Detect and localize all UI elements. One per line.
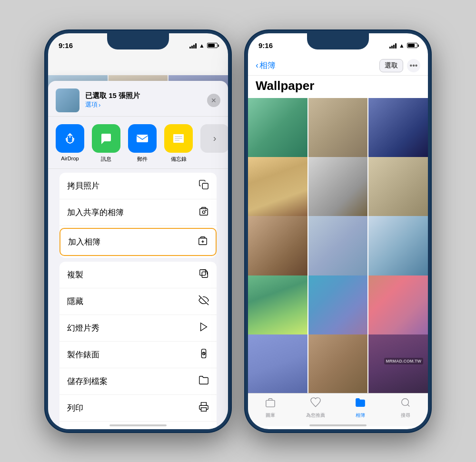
messages-label: 訊息: [101, 156, 111, 163]
photo-3[interactable]: [368, 98, 428, 157]
menu-label-add-album: 加入相簿: [68, 236, 100, 247]
svg-point-0: [61, 130, 79, 147]
photo-10[interactable]: [248, 275, 307, 335]
photo-grid: [248, 98, 428, 393]
select-button[interactable]: 選取: [379, 59, 403, 72]
tab-search[interactable]: 搜尋: [383, 397, 428, 419]
more-button[interactable]: •••: [407, 59, 420, 72]
menu-list: 拷貝照片 加入共享的相簿: [60, 173, 217, 258]
app-item-messages[interactable]: 訊息: [92, 124, 120, 163]
menu-item-files[interactable]: 儲存到檔案: [60, 368, 217, 395]
svg-marker-18: [201, 323, 207, 331]
copy-icon: [198, 179, 209, 192]
library-label: 圖庫: [266, 412, 275, 419]
duplicate-icon: [198, 268, 209, 281]
watermark: MRMAD.COM.TW: [384, 358, 423, 364]
tab-bar: 圖庫 為您推薦 相簿: [248, 393, 428, 426]
share-title-area: 已選取 15 張照片 選項 ›: [85, 91, 207, 109]
phone-2-screen: 9:16 ▲ ‹ 相簿: [248, 33, 428, 429]
svg-rect-21: [201, 407, 207, 411]
album-title: Wallpaper: [248, 76, 428, 98]
menu-item-shared-album[interactable]: 加入共享的相簿: [60, 199, 217, 226]
time-2: 9:16: [258, 41, 273, 49]
add-album-icon: [198, 236, 208, 248]
photo-5[interactable]: [308, 157, 368, 216]
svg-point-12: [205, 209, 207, 211]
hide-icon: [198, 295, 209, 308]
menu-label-slideshow: 幻燈片秀: [67, 323, 99, 334]
svg-rect-10: [200, 208, 208, 215]
menu-item-watchface[interactable]: 製作錶面: [60, 342, 217, 368]
photo-9[interactable]: [368, 216, 428, 275]
app-item-more[interactable]: ›: [200, 124, 228, 163]
airdrop-app-icon: [56, 124, 84, 153]
share-header: 已選取 15 張照片 選項 › ✕: [48, 81, 228, 117]
shared-album-icon: [198, 206, 209, 219]
app-item-notes[interactable]: 備忘錄: [164, 124, 193, 163]
time-1: 9:16: [59, 41, 73, 49]
menu-label-hide: 隱藏: [67, 296, 83, 307]
svg-point-23: [402, 398, 409, 405]
battery-icon: [207, 43, 218, 48]
menu-item-hide[interactable]: 隱藏: [60, 288, 217, 315]
photos-nav: ‹ 相簿 選取 •••: [248, 54, 428, 76]
more-apps-icon: ›: [200, 124, 228, 153]
menu-item-copy-photo[interactable]: 拷貝照片: [60, 173, 217, 199]
photo-11[interactable]: [308, 275, 368, 335]
menu-item-slideshow[interactable]: 幻燈片秀: [60, 315, 217, 342]
keep-icon: [198, 428, 209, 429]
notes-label: 備忘錄: [171, 156, 187, 163]
photo-13[interactable]: [248, 334, 307, 393]
menu-list-2: 複製 隱藏: [60, 262, 217, 429]
photo-6[interactable]: [368, 157, 428, 216]
photo-12[interactable]: [368, 275, 428, 335]
photo-7[interactable]: [248, 216, 307, 275]
svg-point-11: [202, 211, 205, 214]
svg-rect-15: [202, 272, 208, 277]
svg-rect-3: [137, 135, 148, 142]
phone-1: 9:16 ▲: [45, 30, 231, 432]
mail-label: 郵件: [137, 156, 148, 163]
print-icon: [198, 402, 209, 414]
albums-icon: [355, 397, 366, 411]
tab-library[interactable]: 圖庫: [248, 397, 293, 419]
photo-14[interactable]: [308, 334, 368, 393]
photo-8[interactable]: [308, 216, 368, 275]
wifi-icon: ▲: [199, 42, 205, 49]
wifi-icon-2: ▲: [399, 42, 405, 49]
share-subtitle[interactable]: 選項 ›: [85, 100, 207, 109]
airdrop-label: AirDrop: [61, 156, 79, 161]
apps-row: AirDrop 訊息: [48, 117, 228, 169]
status-icons-2: ▲: [389, 42, 417, 49]
share-title: 已選取 15 張照片: [85, 91, 207, 100]
more-dots-icon: •••: [410, 61, 418, 70]
share-close-button[interactable]: ✕: [207, 94, 220, 107]
signal-icon: [189, 43, 197, 49]
foryou-icon: [310, 397, 321, 411]
messages-app-icon: [92, 124, 120, 153]
menu-label-shared-album: 加入共享的相簿: [67, 207, 124, 218]
photo-1[interactable]: [248, 98, 307, 157]
app-item-airdrop[interactable]: AirDrop: [56, 124, 84, 163]
menu-label-files: 儲存到檔案: [67, 376, 108, 387]
photo-2[interactable]: [308, 98, 368, 157]
home-indicator-2: [309, 424, 367, 426]
svg-rect-22: [266, 400, 275, 407]
files-icon: [198, 375, 209, 388]
notch-1: [107, 33, 169, 49]
phone-1-screen: 9:16 ▲: [48, 33, 228, 429]
menu-item-add-album[interactable]: 加入相簿: [60, 228, 217, 256]
tab-foryou[interactable]: 為您推薦: [293, 397, 338, 419]
search-icon: [400, 397, 411, 411]
nav-actions: 選取 •••: [379, 59, 420, 72]
app-item-mail[interactable]: 郵件: [128, 124, 157, 163]
signal-icon-2: [389, 43, 397, 49]
tab-albums[interactable]: 相簿: [338, 397, 383, 419]
back-button[interactable]: ‹ 相簿: [256, 60, 276, 71]
watchface-icon: [198, 348, 209, 361]
menu-item-print[interactable]: 列印: [60, 395, 217, 422]
menu-item-duplicate[interactable]: 複製: [60, 262, 217, 288]
slideshow-icon: [198, 322, 209, 334]
photo-4[interactable]: [248, 157, 307, 216]
menu-label-copy-photo: 拷貝照片: [67, 180, 99, 191]
